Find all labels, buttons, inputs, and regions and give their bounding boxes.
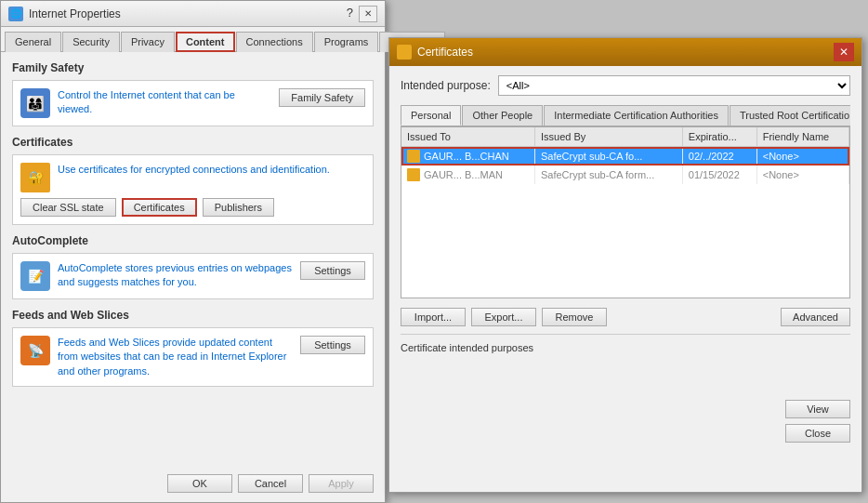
col-expiration: Expiratio... (682, 127, 756, 147)
autocomplete-icon: 📝 (20, 261, 50, 291)
feeds-text: Feeds and Web Slices provide updated con… (58, 336, 293, 378)
autocomplete-settings-button[interactable]: Settings (300, 261, 365, 280)
export-button[interactable]: Export... (471, 308, 536, 326)
tab-content[interactable]: Content (176, 32, 235, 52)
certificates-title: Certificates (12, 136, 374, 149)
cert-tab-personal[interactable]: Personal (401, 105, 461, 126)
feeds-settings-button[interactable]: Settings (300, 336, 365, 354)
family-safety-box: 👨‍👩‍👧 Control the Internet content that … (12, 80, 374, 126)
cert-table-header: Issued To Issued By Expiratio... Friendl… (401, 127, 849, 147)
col-issued-by: Issued By (534, 127, 682, 147)
family-safety-text: Control the Internet content that can be… (58, 88, 271, 117)
close-button[interactable]: Close (785, 424, 850, 443)
cancel-button[interactable]: Cancel (238, 474, 303, 493)
import-button[interactable]: Import... (401, 308, 466, 326)
cert-table-container: Issued To Issued By Expiratio... Friendl… (401, 126, 850, 298)
cert-row-2-issued-by: SafeCrypt sub-CA form... (534, 165, 682, 184)
internet-props-titlebar: 🌐 Internet Properties ? ✕ (1, 1, 385, 27)
publishers-button[interactable]: Publishers (203, 198, 274, 217)
cert-icon-cell-1: GAUR... B...CHAN (407, 150, 529, 163)
family-safety-row: 👨‍👩‍👧 Control the Internet content that … (20, 88, 365, 118)
remove-button[interactable]: Remove (542, 308, 607, 326)
feeds-icon-wrap: 📡 (20, 336, 50, 365)
close-button[interactable]: ✕ (359, 6, 377, 22)
feeds-icon: 📡 (20, 336, 50, 365)
cert-content: Intended purpose: <All> Personal Other P… (389, 66, 861, 452)
cert-row-2[interactable]: GAUR... B...MAN SafeCrypt sub-CA form...… (401, 165, 849, 184)
cert-row-2-issued-to: GAUR... B...MAN (401, 165, 534, 184)
intended-purpose-row: Intended purpose: <All> (401, 75, 850, 96)
advanced-button[interactable]: Advanced (781, 308, 850, 326)
clear-ssl-button[interactable]: Clear SSL state (20, 198, 116, 217)
certificates-buttons: Clear SSL state Certificates Publishers (20, 198, 365, 217)
feeds-title: Feeds and Web Slices (12, 309, 374, 322)
cert-table: Issued To Issued By Expiratio... Friendl… (401, 127, 849, 184)
autocomplete-title: AutoComplete (12, 234, 374, 247)
cert-window-title: Certificates (417, 46, 473, 59)
cert-icon-cell-2: GAUR... B...MAN (407, 168, 529, 181)
cert-tab-trusted-root[interactable]: Trusted Root Certification (730, 105, 850, 126)
cert-intended-purposes-label: Certificate intended purposes (401, 342, 850, 353)
col-issued-to: Issued To (401, 127, 534, 147)
intended-purpose-select[interactable]: <All> (498, 75, 850, 96)
tabs-bar: General Security Privacy Content Connect… (1, 27, 385, 52)
titlebar-controls: ? ✕ (347, 6, 377, 22)
feeds-desc: Feeds and Web Slices provide updated con… (58, 336, 293, 378)
window-content: Family Safety 👨‍👩‍👧 Control the Internet… (1, 52, 385, 405)
cert-bottom-buttons: View (401, 400, 850, 418)
family-safety-button[interactable]: Family Safety (279, 88, 365, 107)
ok-button[interactable]: OK (167, 474, 232, 493)
cert-row-1-friendly: <None> (756, 147, 848, 166)
cert-row-1-expiration: 02/../2022 (682, 147, 756, 166)
certificates-desc: Use certificates for encrypted connectio… (58, 163, 365, 177)
tab-general[interactable]: General (5, 32, 61, 52)
autocomplete-row: 📝 AutoComplete stores previous entries o… (20, 261, 365, 291)
certificates-window: Certificates ✕ Intended purpose: <All> P… (388, 37, 862, 493)
certificates-text: Use certificates for encrypted connectio… (58, 163, 365, 177)
certificates-button[interactable]: Certificates (122, 198, 197, 217)
cert-small-icon-1 (407, 150, 420, 163)
autocomplete-text: AutoComplete stores previous entries on … (58, 261, 293, 290)
certificates-box: 🔐 Use certificates for encrypted connect… (12, 154, 374, 225)
bottom-buttons: OK Cancel Apply (167, 474, 374, 493)
cert-row-1-issued-by: SafeCrypt sub-CA fo... (534, 147, 682, 166)
intended-purpose-label: Intended purpose: (401, 79, 491, 92)
certificates-row: 🔐 Use certificates for encrypted connect… (20, 163, 365, 192)
cert-titlebar-icon (397, 45, 412, 60)
cert-row-2-friendly: <None> (756, 165, 848, 184)
tab-connections[interactable]: Connections (236, 32, 313, 52)
feeds-box: 📡 Feeds and Web Slices provide updated c… (12, 327, 374, 387)
family-safety-btn-area: Family Safety (279, 88, 365, 107)
feeds-row: 📡 Feeds and Web Slices provide updated c… (20, 336, 365, 378)
cert-close-button[interactable]: ✕ (834, 43, 854, 61)
view-button[interactable]: View (785, 400, 850, 418)
internet-props-window: 🌐 Internet Properties ? ✕ General Securi… (0, 0, 386, 503)
apply-button[interactable]: Apply (309, 474, 374, 493)
cert-tab-other-people[interactable]: Other People (462, 105, 543, 126)
autocomplete-desc: AutoComplete stores previous entries on … (58, 261, 293, 290)
family-icon: 👨‍👩‍👧 (20, 88, 50, 118)
family-safety-desc: Control the Internet content that can be… (58, 88, 271, 117)
cert-titlebar: Certificates ✕ (389, 38, 861, 66)
titlebar-left: 🌐 Internet Properties (8, 7, 121, 21)
cert-row-1[interactable]: GAUR... B...CHAN SafeCrypt sub-CA fo... … (401, 147, 849, 166)
cert-tab-intermediate[interactable]: Intermediate Certification Authorities (544, 105, 729, 126)
tab-privacy[interactable]: Privacy (121, 32, 175, 52)
family-safety-title: Family Safety (12, 61, 374, 74)
feeds-btn-area: Settings (300, 336, 365, 354)
cert-row-1-issued-to: GAUR... B...CHAN (401, 147, 534, 166)
cert-buttons-row: Import... Export... Remove Advanced (401, 308, 850, 326)
tab-programs[interactable]: Programs (314, 32, 379, 52)
cert-small-icon-2 (407, 168, 420, 181)
divider (401, 334, 850, 335)
autocomplete-btn-area: Settings (300, 261, 365, 280)
tab-security[interactable]: Security (62, 32, 120, 52)
titlebar-icon: 🌐 (8, 7, 23, 21)
certificates-icon-wrap: 🔐 (20, 163, 50, 192)
cert-icon: 🔐 (20, 163, 50, 192)
col-friendly-name: Friendly Name (756, 127, 848, 147)
autocomplete-box: 📝 AutoComplete stores previous entries o… (12, 253, 374, 299)
internet-props-title: Internet Properties (29, 7, 121, 20)
help-icon[interactable]: ? (347, 6, 353, 22)
cert-close-area: Close (401, 424, 850, 443)
